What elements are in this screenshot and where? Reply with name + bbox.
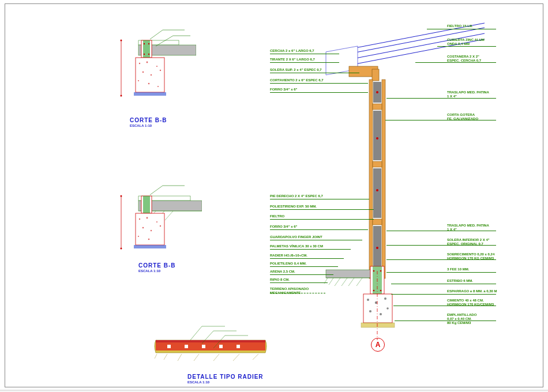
detalle-radier-scale: ESCALA 1:10 (187, 380, 209, 384)
leader (270, 83, 368, 84)
svg-line-19 (150, 30, 163, 39)
svg-line-74 (329, 278, 333, 285)
lbl-guardapolvo: GUARDAPOLVO FINGER JOINT (270, 235, 322, 239)
svg-point-38 (147, 217, 148, 219)
leader (270, 249, 351, 250)
svg-rect-96 (167, 345, 171, 348)
svg-point-41 (151, 230, 152, 231)
leader (385, 120, 496, 120)
lbl-fee10: 3 FEE 10 MM. (447, 267, 469, 272)
svg-line-105 (213, 354, 219, 361)
svg-point-88 (384, 297, 386, 300)
lbl-radier1: RADIER HO./8+10+CM. (270, 254, 307, 258)
svg-line-76 (341, 278, 347, 286)
svg-point-7 (148, 54, 149, 55)
svg-point-84 (380, 290, 382, 292)
lbl-fieltro: FIELTRO 15 LB. (447, 24, 473, 28)
svg-point-68 (376, 137, 378, 140)
svg-point-81 (373, 270, 375, 272)
svg-rect-64 (373, 111, 381, 160)
lbl-traslapo-low: TRASLAPO MED. PATINA 1 X 4" (447, 224, 489, 232)
svg-point-13 (151, 74, 152, 76)
svg-rect-97 (185, 345, 188, 348)
corte-bb-scale-1: ESCALA 1:10 (130, 124, 152, 127)
lbl-costanera: COSTANERA 2 X 2" ESPEC. CERCHA 0,7 (447, 55, 481, 63)
svg-point-91 (386, 307, 389, 310)
svg-rect-100 (237, 345, 240, 348)
svg-point-12 (142, 71, 144, 73)
lbl-terreno: TERRENO APISONADO MECANICAMENTE (270, 287, 309, 295)
svg-point-14 (160, 70, 161, 71)
svg-point-43 (138, 236, 139, 237)
lbl-cubierta: CUBIERTA ZINC ALUM ONDA 0,4 MM (447, 38, 485, 46)
svg-point-11 (156, 66, 157, 67)
corte-bb-mid (115, 179, 202, 265)
svg-line-78 (356, 278, 362, 286)
svg-rect-45 (134, 245, 166, 248)
corte-bb-top (115, 23, 196, 110)
svg-point-24 (121, 40, 122, 42)
corte-bb-title-1: CORTE B-B (130, 117, 167, 123)
svg-rect-98 (202, 345, 205, 348)
svg-point-67 (376, 91, 378, 93)
leader (427, 29, 496, 29)
svg-rect-36 (136, 213, 164, 245)
svg-point-90 (380, 313, 382, 315)
leader (391, 294, 496, 295)
lbl-palmeta: PALMETAS VÍNILICA 30 x 30 CM (270, 244, 323, 248)
leader (270, 229, 368, 230)
svg-rect-99 (219, 345, 223, 348)
lbl-forro2: FORRO 3/4" x 6" (270, 225, 297, 229)
svg-line-101 (155, 354, 157, 359)
svg-line-107 (253, 354, 258, 360)
leader (395, 321, 496, 321)
lbl-solinf: SOLERA INFERIOR 2 X 4" ESPEC. ORIGINAL 0… (447, 238, 490, 246)
lbl-tirante: TIRANTE 2 X 6" LARGO 6,7 (270, 58, 315, 62)
svg-point-42 (160, 225, 161, 227)
svg-rect-57 (372, 69, 379, 81)
corte-bb-scale-2: ESCALA 1:10 (138, 269, 160, 273)
svg-rect-58 (369, 80, 373, 278)
svg-point-5 (148, 43, 149, 44)
axis-bubble-a: A (371, 338, 385, 352)
svg-line-75 (335, 278, 340, 286)
lbl-cortagotera: CORTA GOTERA FE. GALVANIZADO (447, 113, 478, 121)
leader (386, 272, 496, 273)
svg-rect-60 (373, 104, 382, 110)
svg-line-77 (348, 278, 354, 286)
leader (270, 219, 374, 220)
svg-line-108 (190, 326, 202, 340)
leader (270, 54, 339, 54)
leader (270, 92, 368, 93)
leader (270, 62, 339, 63)
svg-rect-59 (382, 80, 385, 278)
lbl-poli2: POLIETILENO 0,4 MM. (270, 262, 306, 266)
svg-point-39 (156, 221, 157, 223)
svg-point-86 (367, 299, 369, 301)
lbl-poliest: POLIESTIRENO EXP. 50 MM. (270, 205, 317, 209)
leader (270, 240, 362, 240)
svg-point-49 (121, 195, 122, 197)
lbl-fieltro2: FIELTRO (270, 214, 284, 218)
detalle-radier-title: DETALLE TIPO RADIER (187, 374, 264, 380)
svg-point-82 (380, 270, 382, 272)
leader (270, 209, 374, 210)
svg-point-16 (148, 83, 150, 85)
leader (270, 73, 359, 73)
detalle-radier (150, 323, 271, 369)
svg-rect-62 (373, 219, 382, 225)
lbl-arena: ARENA 2,5 CM. (270, 270, 295, 274)
bottom-shadow (0, 390, 548, 392)
lbl-emplantillado: EMPLANTILLADO 0,07 x 0,40 CM. 80 Kg CEM/… (447, 313, 476, 325)
svg-point-6 (144, 54, 145, 55)
leader (437, 46, 496, 47)
svg-point-69 (376, 189, 378, 191)
svg-point-40 (142, 227, 144, 229)
wall-roof-section (317, 17, 548, 340)
svg-point-9 (139, 63, 140, 64)
svg-point-87 (375, 301, 377, 304)
lbl-cortaviento: CORTAVIENTO 2 x 6" ESPEC 6,7 (270, 78, 324, 82)
lbl-traslapo-top: TRASLAPO MED. PATINA 1 X 4" (447, 91, 489, 99)
svg-point-10 (147, 62, 148, 63)
svg-rect-3 (143, 40, 150, 58)
